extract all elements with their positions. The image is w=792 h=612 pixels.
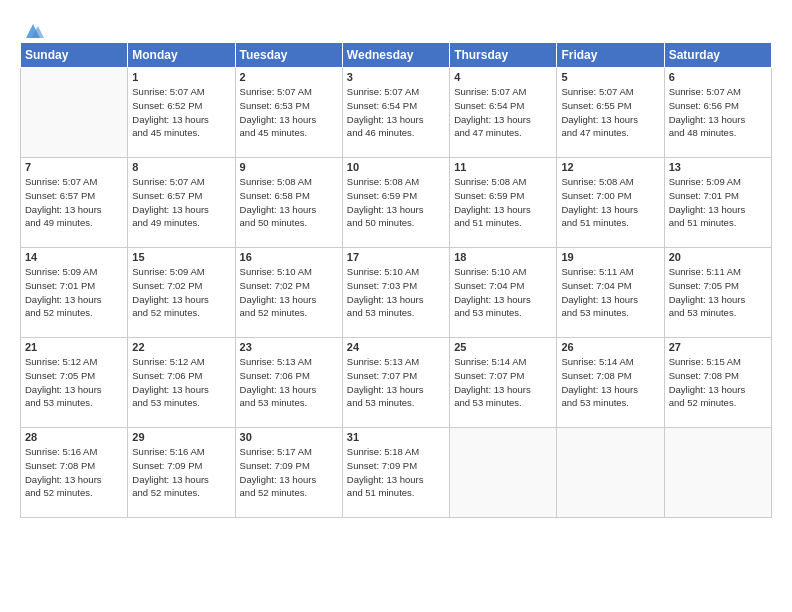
calendar-cell: 16Sunrise: 5:10 AM Sunset: 7:02 PM Dayli… [235, 248, 342, 338]
cell-info: Sunrise: 5:12 AM Sunset: 7:06 PM Dayligh… [132, 355, 230, 410]
day-number: 31 [347, 431, 445, 443]
calendar-table: SundayMondayTuesdayWednesdayThursdayFrid… [20, 42, 772, 518]
day-number: 1 [132, 71, 230, 83]
cell-info: Sunrise: 5:14 AM Sunset: 7:07 PM Dayligh… [454, 355, 552, 410]
day-number: 24 [347, 341, 445, 353]
calendar-cell: 10Sunrise: 5:08 AM Sunset: 6:59 PM Dayli… [342, 158, 449, 248]
calendar-cell [664, 428, 771, 518]
cell-info: Sunrise: 5:13 AM Sunset: 7:07 PM Dayligh… [347, 355, 445, 410]
day-number: 15 [132, 251, 230, 263]
calendar-cell [450, 428, 557, 518]
cell-info: Sunrise: 5:14 AM Sunset: 7:08 PM Dayligh… [561, 355, 659, 410]
calendar-cell: 6Sunrise: 5:07 AM Sunset: 6:56 PM Daylig… [664, 68, 771, 158]
calendar-cell: 23Sunrise: 5:13 AM Sunset: 7:06 PM Dayli… [235, 338, 342, 428]
calendar-cell: 17Sunrise: 5:10 AM Sunset: 7:03 PM Dayli… [342, 248, 449, 338]
cell-info: Sunrise: 5:07 AM Sunset: 6:55 PM Dayligh… [561, 85, 659, 140]
calendar-cell: 12Sunrise: 5:08 AM Sunset: 7:00 PM Dayli… [557, 158, 664, 248]
cell-info: Sunrise: 5:10 AM Sunset: 7:03 PM Dayligh… [347, 265, 445, 320]
day-number: 25 [454, 341, 552, 353]
day-number: 14 [25, 251, 123, 263]
weekday-header-saturday: Saturday [664, 43, 771, 68]
calendar-cell [21, 68, 128, 158]
cell-info: Sunrise: 5:07 AM Sunset: 6:54 PM Dayligh… [347, 85, 445, 140]
calendar-cell: 5Sunrise: 5:07 AM Sunset: 6:55 PM Daylig… [557, 68, 664, 158]
calendar-week-3: 14Sunrise: 5:09 AM Sunset: 7:01 PM Dayli… [21, 248, 772, 338]
weekday-header-monday: Monday [128, 43, 235, 68]
calendar-cell [557, 428, 664, 518]
calendar-cell: 27Sunrise: 5:15 AM Sunset: 7:08 PM Dayli… [664, 338, 771, 428]
day-number: 8 [132, 161, 230, 173]
cell-info: Sunrise: 5:11 AM Sunset: 7:04 PM Dayligh… [561, 265, 659, 320]
day-number: 29 [132, 431, 230, 443]
cell-info: Sunrise: 5:09 AM Sunset: 7:01 PM Dayligh… [669, 175, 767, 230]
calendar-cell: 8Sunrise: 5:07 AM Sunset: 6:57 PM Daylig… [128, 158, 235, 248]
calendar-cell: 20Sunrise: 5:11 AM Sunset: 7:05 PM Dayli… [664, 248, 771, 338]
day-number: 21 [25, 341, 123, 353]
cell-info: Sunrise: 5:17 AM Sunset: 7:09 PM Dayligh… [240, 445, 338, 500]
weekday-header-wednesday: Wednesday [342, 43, 449, 68]
weekday-header-tuesday: Tuesday [235, 43, 342, 68]
calendar-cell: 28Sunrise: 5:16 AM Sunset: 7:08 PM Dayli… [21, 428, 128, 518]
cell-info: Sunrise: 5:12 AM Sunset: 7:05 PM Dayligh… [25, 355, 123, 410]
calendar-cell: 1Sunrise: 5:07 AM Sunset: 6:52 PM Daylig… [128, 68, 235, 158]
day-number: 4 [454, 71, 552, 83]
calendar-week-5: 28Sunrise: 5:16 AM Sunset: 7:08 PM Dayli… [21, 428, 772, 518]
cell-info: Sunrise: 5:07 AM Sunset: 6:54 PM Dayligh… [454, 85, 552, 140]
weekday-header-friday: Friday [557, 43, 664, 68]
cell-info: Sunrise: 5:08 AM Sunset: 6:58 PM Dayligh… [240, 175, 338, 230]
calendar-week-2: 7Sunrise: 5:07 AM Sunset: 6:57 PM Daylig… [21, 158, 772, 248]
calendar-cell: 22Sunrise: 5:12 AM Sunset: 7:06 PM Dayli… [128, 338, 235, 428]
day-number: 6 [669, 71, 767, 83]
day-number: 12 [561, 161, 659, 173]
cell-info: Sunrise: 5:16 AM Sunset: 7:09 PM Dayligh… [132, 445, 230, 500]
day-number: 2 [240, 71, 338, 83]
weekday-header-row: SundayMondayTuesdayWednesdayThursdayFrid… [21, 43, 772, 68]
calendar-cell: 25Sunrise: 5:14 AM Sunset: 7:07 PM Dayli… [450, 338, 557, 428]
calendar-cell: 18Sunrise: 5:10 AM Sunset: 7:04 PM Dayli… [450, 248, 557, 338]
calendar-cell: 9Sunrise: 5:08 AM Sunset: 6:58 PM Daylig… [235, 158, 342, 248]
day-number: 22 [132, 341, 230, 353]
day-number: 30 [240, 431, 338, 443]
cell-info: Sunrise: 5:07 AM Sunset: 6:57 PM Dayligh… [25, 175, 123, 230]
calendar-cell: 2Sunrise: 5:07 AM Sunset: 6:53 PM Daylig… [235, 68, 342, 158]
day-number: 3 [347, 71, 445, 83]
calendar-cell: 24Sunrise: 5:13 AM Sunset: 7:07 PM Dayli… [342, 338, 449, 428]
day-number: 19 [561, 251, 659, 263]
cell-info: Sunrise: 5:09 AM Sunset: 7:01 PM Dayligh… [25, 265, 123, 320]
day-number: 20 [669, 251, 767, 263]
day-number: 9 [240, 161, 338, 173]
page: SundayMondayTuesdayWednesdayThursdayFrid… [0, 0, 792, 528]
cell-info: Sunrise: 5:16 AM Sunset: 7:08 PM Dayligh… [25, 445, 123, 500]
calendar-cell: 11Sunrise: 5:08 AM Sunset: 6:59 PM Dayli… [450, 158, 557, 248]
calendar-cell: 29Sunrise: 5:16 AM Sunset: 7:09 PM Dayli… [128, 428, 235, 518]
calendar-cell: 3Sunrise: 5:07 AM Sunset: 6:54 PM Daylig… [342, 68, 449, 158]
calendar-week-1: 1Sunrise: 5:07 AM Sunset: 6:52 PM Daylig… [21, 68, 772, 158]
day-number: 18 [454, 251, 552, 263]
cell-info: Sunrise: 5:10 AM Sunset: 7:02 PM Dayligh… [240, 265, 338, 320]
day-number: 13 [669, 161, 767, 173]
cell-info: Sunrise: 5:08 AM Sunset: 6:59 PM Dayligh… [454, 175, 552, 230]
day-number: 17 [347, 251, 445, 263]
calendar-week-4: 21Sunrise: 5:12 AM Sunset: 7:05 PM Dayli… [21, 338, 772, 428]
cell-info: Sunrise: 5:13 AM Sunset: 7:06 PM Dayligh… [240, 355, 338, 410]
cell-info: Sunrise: 5:09 AM Sunset: 7:02 PM Dayligh… [132, 265, 230, 320]
calendar-cell: 7Sunrise: 5:07 AM Sunset: 6:57 PM Daylig… [21, 158, 128, 248]
cell-info: Sunrise: 5:07 AM Sunset: 6:52 PM Dayligh… [132, 85, 230, 140]
calendar-cell: 21Sunrise: 5:12 AM Sunset: 7:05 PM Dayli… [21, 338, 128, 428]
calendar-cell: 31Sunrise: 5:18 AM Sunset: 7:09 PM Dayli… [342, 428, 449, 518]
weekday-header-sunday: Sunday [21, 43, 128, 68]
cell-info: Sunrise: 5:07 AM Sunset: 6:57 PM Dayligh… [132, 175, 230, 230]
cell-info: Sunrise: 5:18 AM Sunset: 7:09 PM Dayligh… [347, 445, 445, 500]
day-number: 10 [347, 161, 445, 173]
calendar-cell: 30Sunrise: 5:17 AM Sunset: 7:09 PM Dayli… [235, 428, 342, 518]
calendar-cell: 26Sunrise: 5:14 AM Sunset: 7:08 PM Dayli… [557, 338, 664, 428]
day-number: 16 [240, 251, 338, 263]
cell-info: Sunrise: 5:08 AM Sunset: 6:59 PM Dayligh… [347, 175, 445, 230]
day-number: 28 [25, 431, 123, 443]
calendar-cell: 15Sunrise: 5:09 AM Sunset: 7:02 PM Dayli… [128, 248, 235, 338]
calendar-cell: 14Sunrise: 5:09 AM Sunset: 7:01 PM Dayli… [21, 248, 128, 338]
day-number: 5 [561, 71, 659, 83]
day-number: 26 [561, 341, 659, 353]
cell-info: Sunrise: 5:10 AM Sunset: 7:04 PM Dayligh… [454, 265, 552, 320]
weekday-header-thursday: Thursday [450, 43, 557, 68]
